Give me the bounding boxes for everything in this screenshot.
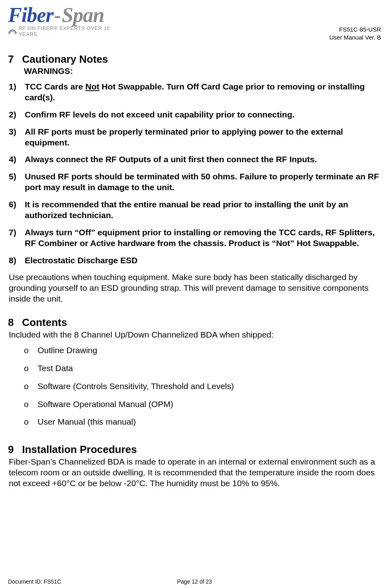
logo-text-span: Span [62, 3, 104, 27]
warning-3: All RF ports must be properly terminated… [9, 127, 380, 148]
warning-1-not: Not [85, 82, 99, 91]
footer-center: Page 12 of 23 [8, 578, 381, 585]
section-8-num: 8 [8, 316, 19, 329]
contents-item: Test Data [24, 363, 381, 374]
page: Fiber - Span RF ON FIBER® EXPERTS OVER 1… [0, 0, 389, 588]
warning-2: Confirm RF levels do not exceed unit cap… [9, 109, 380, 120]
warning-4: Always connect the RF Outputs of a unit … [9, 154, 380, 165]
contents-item: User Manual (this manual) [24, 417, 381, 427]
section-7-title: Cautionary Notes [22, 53, 108, 65]
warning-8: Electrostatic Discharge ESD [9, 255, 380, 266]
contents-item: Outline Drawing [24, 345, 381, 356]
page-footer: Document ID: FS51C Page 12 of 23 [8, 578, 381, 585]
contents-item: Software Operational Manual (OPM) [24, 399, 381, 410]
doc-code: FS51C-85-USR [329, 26, 381, 34]
swoosh-icon [8, 26, 17, 36]
logo-text-dash: - [54, 3, 61, 27]
section-9-num: 9 [8, 443, 19, 456]
logo-tagline: RF ON FIBER® EXPERTS OVER 15 YEARS [19, 25, 116, 37]
esd-paragraph: Use precautions when touching equipment.… [9, 272, 380, 304]
section-9-title: Installation Procedures [22, 443, 137, 455]
logo-tagline-row: RF ON FIBER® EXPERTS OVER 15 YEARS [8, 25, 116, 37]
warnings-label: WARNINGS: [24, 66, 381, 76]
section-9-heading: 9 Installation Procedures [8, 443, 381, 456]
header-doc-info: FS51C-85-USR User Manual Ver. B [329, 26, 381, 41]
warning-1-text-a: TCC Cards are [25, 82, 85, 91]
section-8-intro: Included with the 8 Channel Up/Down Chan… [9, 330, 380, 340]
section-8-title: Contents [22, 316, 67, 328]
logo-wordmark: Fiber - Span [8, 3, 116, 27]
warning-7: Always turn “Off” equipment prior to ins… [9, 227, 380, 249]
warning-5: Unused RF ports should be terminated wit… [9, 171, 380, 193]
logo-text-fiber: Fiber [8, 3, 53, 27]
warnings-list: TCC Cards are Not Hot Swappable. Turn Of… [9, 81, 380, 266]
page-header: Fiber - Span RF ON FIBER® EXPERTS OVER 1… [8, 3, 381, 41]
section-7-heading: 7 Cautionary Notes [8, 53, 381, 66]
contents-list: Outline Drawing Test Data Software (Cont… [24, 345, 381, 427]
logo: Fiber - Span RF ON FIBER® EXPERTS OVER 1… [8, 3, 116, 37]
warning-6: It is recommended that the entire manual… [9, 199, 380, 221]
warning-1: TCC Cards are Not Hot Swappable. Turn Of… [9, 81, 380, 103]
contents-item: Software (Controls Sensitivity, Threshol… [24, 381, 381, 392]
doc-version: User Manual Ver. B [329, 34, 381, 42]
install-paragraph: Fiber-Span’s Channelized BDA is made to … [9, 457, 380, 489]
section-7-num: 7 [8, 53, 19, 66]
section-8-heading: 8 Contents [8, 316, 381, 329]
